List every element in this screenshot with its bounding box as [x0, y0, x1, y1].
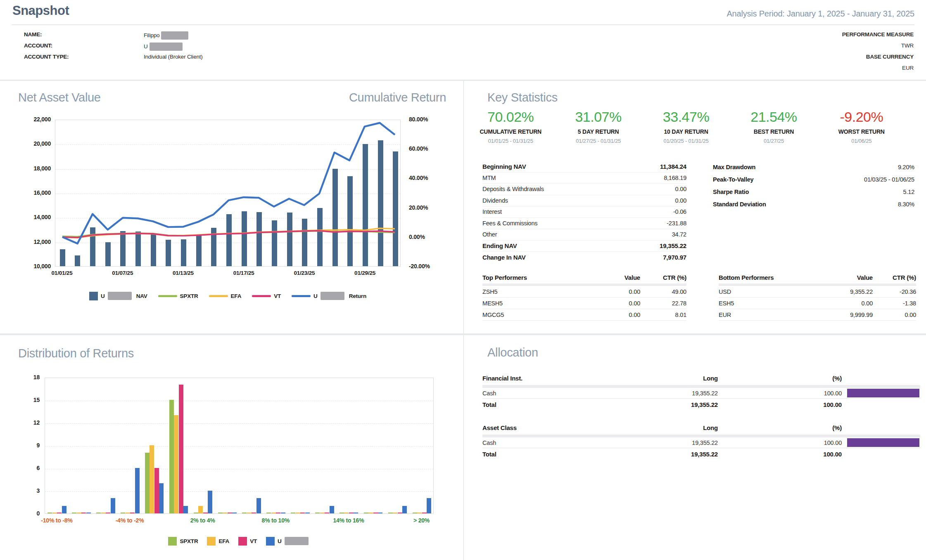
- dist-bar: [300, 513, 305, 513]
- table-row: Cash19,355.22100.00: [482, 388, 920, 398]
- dist-y-axis: 0369121518: [18, 378, 40, 514]
- legend-item: EFA: [207, 537, 229, 546]
- total-pct-value: 100.00: [718, 451, 842, 458]
- total-row: Total19,355.22100.00: [482, 399, 920, 410]
- stat-value: -9.20%: [818, 109, 905, 125]
- dist-x-label: 8% to 10%: [247, 517, 304, 524]
- stat-label: 5 DAY RETURN: [554, 128, 642, 135]
- account-label: ACCOUNT:: [24, 43, 52, 49]
- dist-x-label: 14% to 16%: [320, 517, 378, 524]
- allocation-table: Asset ClassLong(%)Cash19,355.22100.00Tot…: [482, 423, 920, 460]
- symbol-cell: MGCG5: [482, 312, 593, 318]
- row-value: 19,355.22: [660, 242, 686, 249]
- allocation-long-value: 19,355.22: [610, 439, 718, 446]
- dist-bar: [52, 513, 57, 513]
- legend-item: UNAV: [89, 292, 147, 300]
- account-type-label: ACCOUNT TYPE:: [24, 54, 69, 60]
- row-value: 7,970.97: [663, 254, 686, 261]
- total-pct-value: 100.00: [718, 401, 842, 408]
- dist-bar: [179, 385, 183, 513]
- legend-label: NAV: [136, 293, 147, 299]
- dist-bar: [194, 513, 198, 513]
- dist-bar: [72, 513, 76, 513]
- dist-bar: [344, 513, 349, 513]
- dist-bar: [223, 513, 227, 513]
- allocation-title: Allocation: [487, 346, 538, 359]
- row-value: -0.06: [673, 208, 686, 215]
- dist-bar: [159, 483, 164, 513]
- legend-redaction: [285, 537, 309, 545]
- legend-label: Return: [349, 293, 366, 299]
- symbol-cell: USD: [719, 288, 817, 295]
- stat-value: 70.02%: [467, 109, 554, 125]
- nav-right-axis: 80.00%60.00%40.00%20.00%0.00%-20.00%: [405, 120, 438, 267]
- table-row: MTM8,168.19: [482, 172, 686, 184]
- nav-left-axis-label: 14,000: [17, 214, 51, 220]
- stat-highlight: 21.54%BEST RETURN01/27/25: [730, 109, 817, 144]
- dist-bar: [232, 513, 237, 513]
- account-value: U: [144, 43, 184, 51]
- dist-bar: [174, 415, 178, 513]
- row-label: Peak-To-Valley: [713, 176, 753, 183]
- symbol-cell: EUR: [719, 312, 817, 318]
- dist-bar: [276, 513, 280, 513]
- dist-y-label: 9: [18, 442, 40, 449]
- legend-label: SPXTR: [180, 293, 198, 299]
- dist-bar: [281, 513, 285, 513]
- dist-bar: [271, 513, 276, 513]
- dist-bar: [62, 506, 66, 513]
- table-row: MESH50.0022.78: [482, 298, 686, 309]
- name-value: Filippo: [144, 31, 190, 40]
- dist-bar: [364, 513, 368, 513]
- ctr-cell: 8.01: [640, 312, 686, 318]
- nav-chart-plot: [55, 120, 401, 267]
- nav-left-axis-label: 16,000: [17, 189, 51, 196]
- table-row: Other34.72: [482, 229, 686, 241]
- dist-bar: [413, 513, 417, 513]
- legend-square-swatch: [207, 537, 216, 546]
- name-text: Filippo: [144, 32, 159, 38]
- stat-dates: 01/20/25 - 01/31/25: [642, 138, 730, 144]
- total-long-value: 19,355.22: [610, 401, 718, 408]
- gridline: [45, 491, 433, 492]
- ctr-cell: -1.38: [873, 300, 916, 307]
- symbol-cell: ESH5: [719, 300, 817, 307]
- base-currency-label: BASE CURRENCY: [866, 54, 914, 60]
- ctr-cell: 49.00: [640, 288, 686, 295]
- dist-bar: [291, 513, 295, 513]
- dist-bar: [106, 513, 110, 513]
- dist-bar: [330, 506, 334, 513]
- performers-col-value: Value: [593, 274, 640, 281]
- row-value: 5.12: [903, 189, 914, 195]
- table-row: Sharpe Ratio5.12: [713, 186, 914, 198]
- allocation-header-label: Asset Class: [482, 424, 610, 431]
- stat-value: 31.07%: [554, 109, 642, 125]
- dist-bar: [111, 498, 115, 513]
- dist-bar: [427, 498, 431, 513]
- u-return-line: [62, 123, 395, 243]
- dist-chart-plot: [45, 378, 434, 514]
- table-row: Ending NAV19,355.22: [482, 241, 686, 252]
- table-row: Cash19,355.22100.00: [482, 437, 920, 448]
- symbol-cell: ZSH5: [482, 288, 593, 295]
- nav-x-tick: 01/01/25: [41, 270, 83, 276]
- value-cell: 9,355.22: [817, 288, 873, 295]
- dist-bar: [183, 506, 188, 513]
- header-band: [482, 385, 920, 388]
- stat-dates: 01/06/25: [818, 138, 905, 144]
- allocation-header: Financial Inst.Long(%): [482, 373, 920, 383]
- allocation-col-pct: (%): [718, 424, 842, 431]
- total-label: Total: [482, 451, 610, 458]
- stat-highlight: 31.07%5 DAY RETURN01/27/25 - 01/31/25: [554, 109, 642, 144]
- nav-x-tick: 01/23/25: [284, 270, 325, 276]
- legend-label: U: [278, 538, 282, 544]
- table-row: USD9,355.22-20.36: [719, 286, 916, 298]
- row-label: Beginning NAV: [482, 163, 526, 170]
- table-row: Dividends0.00: [482, 195, 686, 207]
- dist-bar: [81, 513, 86, 513]
- row-value: 34.72: [672, 231, 686, 238]
- dist-bar: [402, 506, 407, 513]
- table-row: ZSH50.0049.00: [482, 286, 686, 298]
- legend-label: U: [101, 293, 105, 299]
- account-text: U: [144, 43, 148, 50]
